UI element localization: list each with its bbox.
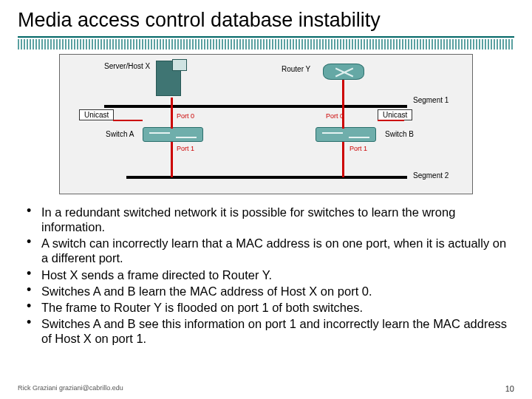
slide-footer: Rick Graziani graziani@cabrillo.edu 10: [18, 384, 514, 393]
segment1-line: [104, 105, 407, 108]
segment2-line: [126, 176, 407, 179]
segment2-label: Segment 2: [413, 171, 449, 180]
bullet-list: In a redundant switched network it is po…: [18, 205, 514, 346]
slide-title: Media access control database instabilit…: [18, 9, 514, 32]
bullet-item: Switches A and B see this information on…: [22, 316, 514, 346]
network-diagram: Server/Host X Router Y Switch A Switch B…: [59, 54, 473, 194]
switch-b-icon: [316, 127, 376, 142]
port0-b-label: Port 0: [326, 112, 344, 120]
swB-port1: [342, 142, 344, 177]
router-y-label: Router Y: [282, 65, 310, 73]
host-x-label: Server/Host X: [104, 62, 150, 70]
bullet-item: A switch can incorrectly learn that a MA…: [22, 236, 514, 265]
swB-port0: [342, 106, 344, 129]
bullet-item: Switches A and B learn the MAC address o…: [22, 284, 514, 299]
swA-port0: [171, 106, 173, 129]
unicast-left-line: [113, 120, 143, 121]
title-rule: [18, 36, 514, 38]
port1-a-label: Port 1: [177, 145, 194, 152]
footer-author: Rick Graziani graziani@cabrillo.edu: [18, 384, 123, 393]
switch-a-icon: [143, 127, 203, 142]
switch-a-label: Switch A: [106, 130, 134, 138]
unicast-right-label: Unicast: [378, 109, 412, 120]
bullet-item: In a redundant switched network it is po…: [22, 205, 514, 234]
swA-port1: [171, 142, 173, 177]
page-number: 10: [505, 384, 514, 393]
host-drop: [171, 98, 173, 106]
unicast-left-label: Unicast: [79, 109, 114, 120]
switch-b-label: Switch B: [385, 130, 414, 138]
port0-a-label: Port 0: [177, 112, 194, 120]
segment1-label: Segment 1: [413, 96, 449, 104]
router-drop: [342, 80, 344, 106]
host-x-icon: [156, 59, 190, 98]
port1-b-label: Port 1: [349, 145, 367, 152]
bullet-item: Host X sends a frame directed to Router …: [22, 267, 514, 282]
router-y-icon: [323, 64, 364, 80]
unicast-right-line: [378, 120, 404, 121]
title-ticks: [18, 39, 514, 50]
bullet-item: The frame to Router Y is flooded on port…: [22, 300, 514, 315]
